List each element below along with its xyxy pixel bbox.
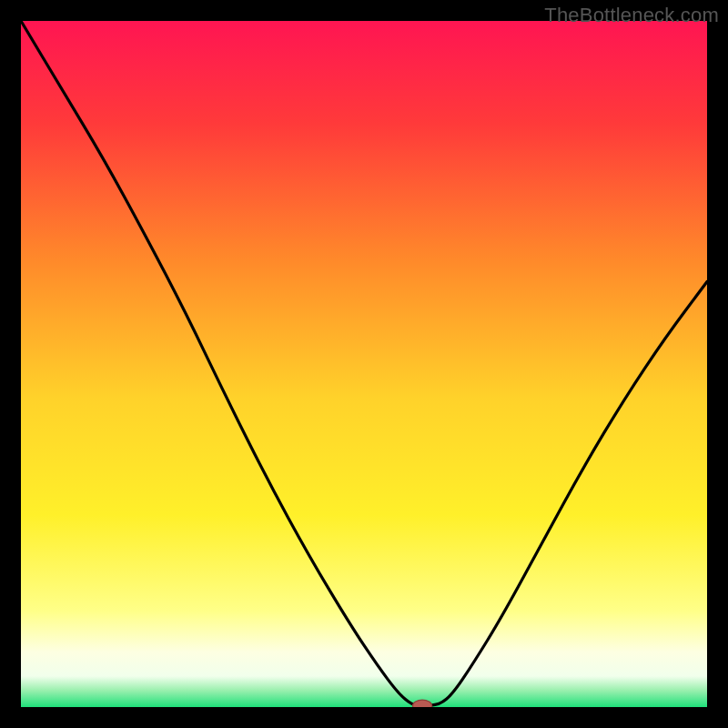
bottleneck-chart	[21, 21, 707, 707]
gradient-background	[21, 21, 707, 707]
watermark-text: TheBottleneck.com	[544, 4, 719, 27]
chart-frame: TheBottleneck.com	[0, 0, 728, 728]
optimum-marker	[413, 700, 432, 707]
chart-svg	[21, 21, 707, 707]
